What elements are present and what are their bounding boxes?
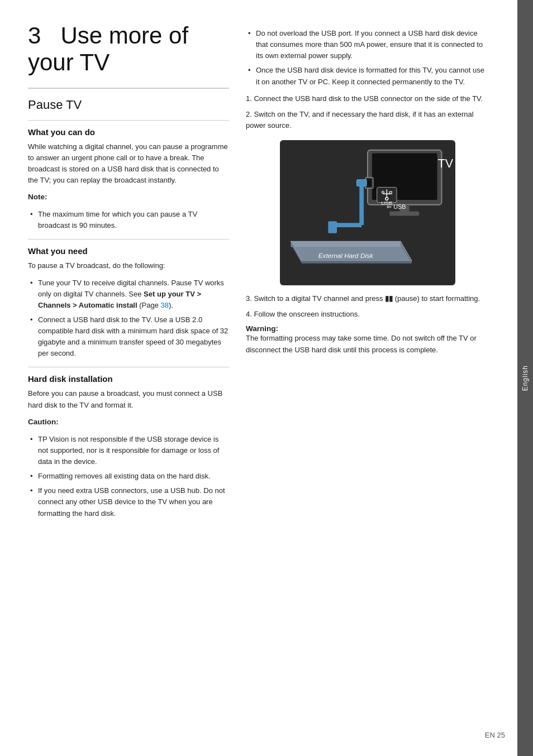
list-item: Do not overload the USB port. If you con… <box>246 28 489 61</box>
hard-disk-divider <box>28 367 229 367</box>
step4: 4. Follow the onscreen instructions. <box>246 309 489 320</box>
svg-text:USB: USB <box>381 200 393 206</box>
step1: 1. Connect the USB hard disk to the USB … <box>246 93 489 104</box>
page-container: English 3 Use more of your TV Pause TV W… <box>0 0 533 756</box>
page-number: EN 25 <box>485 731 505 739</box>
main-content: 3 Use more of your TV Pause TV What you … <box>0 0 533 756</box>
page-footer: EN 25 <box>485 731 505 739</box>
chapter-divider <box>28 88 229 89</box>
list-item: If you need extra USB connectors, use a … <box>28 485 229 519</box>
note-label: Note: <box>28 192 229 203</box>
list-item: Formatting removes all existing data on … <box>28 471 229 482</box>
what-you-need-intro: To pause a TV broadcast, do the followin… <box>28 260 229 271</box>
diagram-container: TV ⇐ USB <box>246 140 489 285</box>
what-you-need-divider <box>28 239 229 240</box>
chapter-number: 3 <box>28 22 41 49</box>
svg-marker-15 <box>302 261 411 264</box>
caution-bullets: TP Vision is not responsible if the USB … <box>28 434 229 519</box>
svg-rect-4 <box>389 212 419 216</box>
side-tab: English <box>517 0 533 756</box>
caution-label: Caution: <box>28 417 229 428</box>
what-you-need-title: What you need <box>28 246 229 256</box>
pause-tv-divider <box>28 120 229 121</box>
list-item: Connect a USB hard disk to the TV. Use a… <box>28 314 229 360</box>
chapter-title: Use more of your TV <box>28 22 188 75</box>
right-column: Do not overload the USB port. If you con… <box>246 22 489 734</box>
what-you-can-do-body: While watching a digital channel, you ca… <box>28 141 229 186</box>
note-bullets: The maximum time for which you can pause… <box>28 209 229 231</box>
right-col-bullets: Do not overload the USB port. If you con… <box>246 28 489 88</box>
chapter-heading: 3 Use more of your TV <box>28 22 229 76</box>
language-label: English <box>521 365 529 391</box>
pause-tv-title: Pause TV <box>28 98 229 112</box>
list-item: TP Vision is not responsible if the USB … <box>28 434 229 467</box>
list-item: Tune your TV to receive digital channels… <box>28 277 229 311</box>
step2: 2. Switch on the TV, and if necessary th… <box>246 109 489 131</box>
what-you-need-bullets: Tune your TV to receive digital channels… <box>28 277 229 360</box>
svg-rect-9 <box>356 180 367 186</box>
list-item: The maximum time for which you can pause… <box>28 209 229 231</box>
what-you-can-do-title: What you can do <box>28 127 229 137</box>
hard-disk-title: Hard disk installation <box>28 374 229 384</box>
tv-hdd-diagram: TV ⇐ USB <box>278 140 457 285</box>
svg-marker-14 <box>291 242 401 247</box>
svg-rect-7 <box>367 179 372 187</box>
warning-label: Warning: <box>246 324 489 333</box>
warning-body: The formatting process may take some tim… <box>246 333 489 355</box>
svg-rect-12 <box>328 221 337 233</box>
hard-disk-body: Before you can pause a broadcast, you mu… <box>28 388 229 410</box>
svg-text:External Hard Disk: External Hard Disk <box>318 252 374 259</box>
step3: 3. Switch to a digital TV channel and pr… <box>246 293 489 304</box>
svg-text:TV: TV <box>438 156 454 170</box>
left-column: 3 Use more of your TV Pause TV What you … <box>28 22 246 734</box>
list-item: Once the USB hard disk device is formatt… <box>246 65 489 87</box>
